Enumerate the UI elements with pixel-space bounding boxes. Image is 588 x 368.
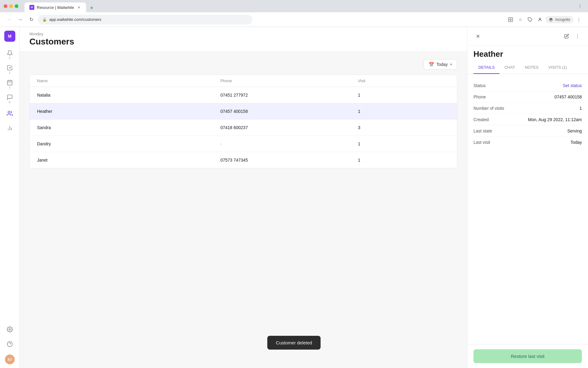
table-row[interactable]: Natalia 07451 277972 1 [30,87,457,103]
detail-created-row: Created Mon, Aug 29 2022, 11:12am [473,114,582,125]
svg-point-8 [8,111,10,113]
sidebar-item-analytics[interactable] [3,121,17,135]
reload-button[interactable]: ↻ [27,15,36,24]
sidebar-item-customers[interactable] [3,107,17,120]
sidebar-item-notifications[interactable]: 2 [3,48,17,61]
edit-button[interactable] [562,32,571,40]
table-row[interactable]: Dandry - 1 [30,136,457,152]
sidebar-item-settings[interactable] [3,323,17,336]
sidebar-item-tasks[interactable]: 1 [3,63,17,76]
detail-phone-row: Phone 07457 400158 [473,91,582,103]
panel-close-button[interactable]: ✕ [473,32,482,40]
minimize-window-button[interactable] [9,4,13,8]
customer-visit: 1 [358,109,450,114]
customer-visit: 1 [358,141,450,146]
customer-phone: 07418 600237 [221,125,358,130]
customer-phone: 07451 277972 [221,93,358,98]
tab-close-button[interactable]: ✕ [76,5,81,10]
browser-chrome: M Resource | Waitwhile ✕ + ⋮ ← → ↻ 🔒 app… [0,0,588,27]
toolbar-row: 📅 Today ▾ [29,59,457,70]
svg-point-1 [510,19,511,20]
address-text: app.waitwhile.com/customers [49,17,101,22]
panel-details: Status Set status Phone 07457 400158 Num… [467,74,588,344]
detail-status-row: Status Set status [473,80,582,91]
customer-name: Janet [37,158,221,163]
more-options-button[interactable]: ⋮ [573,32,582,40]
customer-name: Natalia [37,93,221,98]
tab-notes[interactable]: NOTES [520,61,544,74]
detail-last-visit-row: Last visit Today [473,137,582,148]
main-content: Moodjoy Customers 📅 Today ▾ Name Phone V… [20,27,467,368]
incognito-label: Incognito [555,17,570,22]
customer-phone-missing: - [221,141,358,146]
sidebar-item-calendar[interactable]: 1 [3,77,17,91]
detail-last-state-row: Last state Serving [473,125,582,137]
table-row[interactable]: Heather 07457 400158 1 [30,103,457,120]
customer-visit: 1 [358,93,450,98]
extension-icon[interactable] [526,15,534,24]
tab-title: Resource | Waitwhile [37,5,74,10]
panel-tabs: DETAILS CHAT NOTES VISITS (1) [467,61,588,74]
tab-chat[interactable]: CHAT [499,61,520,74]
col-header-visit: Visit [358,79,450,83]
close-window-button[interactable] [4,4,7,8]
customer-phone: 07573 747345 [221,158,358,163]
restore-last-visit-button[interactable]: Restore last visit [473,349,582,363]
calendar-icon: 📅 [429,62,434,67]
browser-more-button[interactable]: ⋮ [575,15,583,24]
panel-footer: Restore last visit [467,344,588,368]
fullscreen-window-button[interactable] [15,4,18,8]
notifications-badge: 2 [9,57,10,59]
last-visit-value: Today [571,140,582,145]
browser-titlebar: M Resource | Waitwhile ✕ + ⋮ [0,0,588,12]
sidebar: M 2 1 1 0 SJ [0,27,20,368]
panel-customer-name: Heather [467,46,588,59]
table-row[interactable]: Janet 07573 747345 1 [30,152,457,168]
incognito-badge: Incognito [545,16,573,23]
today-filter-button[interactable]: 📅 Today ▾ [424,59,457,70]
traffic-lights [4,4,18,8]
visits-label: Number of visits [473,106,504,111]
last-state-value: Serving [567,128,582,133]
forward-button[interactable]: → [16,15,24,24]
page-header: Moodjoy Customers [20,27,467,52]
sidebar-item-chat[interactable]: 0 [3,92,17,105]
table-header: Name Phone Visit [30,75,457,87]
tab-favicon: M [29,5,34,10]
browser-actions: ☆ Incognito ⋮ [506,15,583,24]
content-area: 📅 Today ▾ Name Phone Visit Natalia 07451… [20,52,467,176]
sidebar-item-help[interactable] [3,337,17,351]
customer-visit: 1 [358,158,450,163]
table-row[interactable]: Sandra 07418 600237 3 [30,120,457,136]
lock-icon: 🔒 [42,17,47,22]
tab-details[interactable]: DETAILS [473,61,499,74]
address-bar[interactable]: 🔒 app.waitwhile.com/customers [38,15,252,25]
tab-visits[interactable]: VISITS (1) [543,61,572,74]
profile-icon[interactable] [536,15,544,24]
chat-badge: 0 [9,101,10,104]
customer-name: Sandra [37,125,221,130]
star-icon[interactable]: ☆ [516,15,525,24]
svg-rect-0 [509,17,513,21]
browser-tab-active[interactable]: M Resource | Waitwhile ✕ [24,2,86,12]
customer-phone: 07457 400158 [221,109,358,114]
browser-menu-button[interactable]: ⋮ [576,2,584,10]
tasks-badge: 1 [9,71,10,74]
panel-header: ✕ ⋮ [467,27,588,46]
screenshot-icon[interactable] [506,15,515,24]
set-status-button[interactable]: Set status [563,83,582,88]
user-avatar[interactable]: SJ [5,355,15,364]
chevron-down-icon: ▾ [450,62,452,67]
phone-value: 07457 400158 [554,94,582,99]
browser-tabs: M Resource | Waitwhile ✕ + [24,0,96,12]
page-title: Customers [29,37,457,52]
calendar-badge: 1 [9,86,10,89]
back-button[interactable]: ← [5,15,13,24]
visits-value: 1 [579,106,582,111]
sidebar-logo[interactable]: M [4,31,15,42]
new-tab-button[interactable]: + [87,4,96,12]
customer-name: Heather [37,109,221,114]
status-label: Status [473,83,486,88]
customer-visit: 3 [358,125,450,130]
svg-point-12 [9,329,10,330]
